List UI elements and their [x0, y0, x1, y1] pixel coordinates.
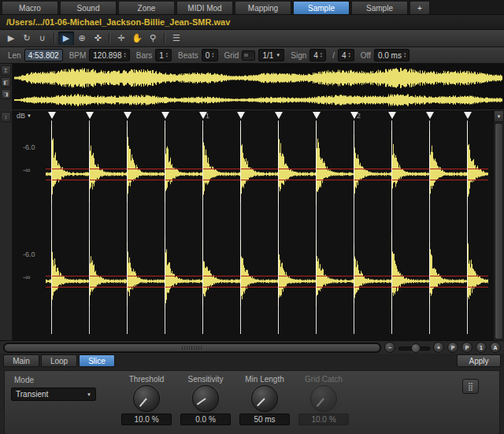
sensitivity-value[interactable]: 0.0 %	[180, 414, 231, 425]
dropdown-arrow-icon: ▼	[497, 114, 502, 119]
stepper-icon[interactable]: ▴▾	[348, 52, 350, 58]
hand-tool-icon[interactable]: ✋	[129, 32, 145, 45]
right-channel-icon[interactable]: ◨	[1, 89, 11, 99]
threshold-line	[46, 287, 488, 287]
zoom-slider[interactable]	[398, 343, 430, 352]
slice-marker-handle-icon[interactable]	[48, 112, 56, 119]
db-scale-dropdown[interactable]: dB ▼	[17, 112, 32, 120]
length-value[interactable]: 4:53.802	[24, 49, 63, 61]
tab-sample-2[interactable]: Sample	[351, 1, 408, 14]
zoom-preset-p1-button[interactable]: P	[447, 342, 458, 353]
tab-sample-active[interactable]: Sample	[293, 1, 350, 14]
tab-loop[interactable]: Loop	[41, 354, 77, 367]
slice-marker-handle-icon[interactable]	[275, 112, 283, 119]
add-tab-button[interactable]: +	[410, 1, 430, 14]
stepper-icon[interactable]: ▴▾	[321, 52, 322, 58]
stepper-icon[interactable]: ▴▾	[124, 52, 125, 58]
bars-value[interactable]: 1 ▴▾	[155, 49, 172, 61]
horizontal-scroll-thumb[interactable]	[5, 344, 380, 351]
zoom-out-button[interactable]: −	[384, 342, 395, 353]
tab-main[interactable]: Main	[3, 354, 39, 367]
sign-denominator[interactable]: 4 ▴▾	[338, 49, 354, 61]
sensitivity-control: Sensitivity 0.0 %	[177, 375, 234, 425]
length-value-text: 4:53.802	[28, 51, 59, 60]
apply-button[interactable]: Apply	[457, 354, 501, 367]
slice-marker-handle-icon[interactable]	[426, 112, 434, 119]
slice-marker-handle-icon[interactable]	[86, 112, 94, 119]
auto-scroll-icon[interactable]: ✜	[90, 32, 106, 45]
min-length-value[interactable]: 50 ms	[239, 414, 290, 425]
left-rail: Σ ◧ ◨	[0, 64, 13, 109]
play-icon[interactable]: ▶	[3, 32, 19, 45]
left-channel-icon[interactable]: ◧	[1, 77, 11, 87]
grid-catch-value[interactable]: 10.0 %	[298, 414, 349, 425]
wave-editor[interactable]: dB ▼ -6.0 -∞ -6.0 -∞ 12	[13, 110, 493, 340]
vertical-zoom-icon[interactable]: ↕	[1, 112, 11, 122]
threshold-value[interactable]: 10.0 %	[121, 414, 172, 425]
sign-numerator[interactable]: 4 ▴▾	[309, 49, 326, 61]
offset-value[interactable]: 0.0 ms ▴▾	[374, 49, 410, 61]
grid-toggle[interactable]	[242, 50, 255, 61]
dropdown-arrow-icon: ▼	[87, 392, 91, 397]
tab-midi-mod[interactable]: MIDI Mod	[176, 1, 233, 14]
slice-pads-icon[interactable]: ⣿	[462, 379, 479, 394]
vertical-scroll-thumb[interactable]	[495, 124, 502, 339]
sum-icon[interactable]: Σ	[1, 65, 11, 76]
waveform-canvas-left[interactable]	[46, 123, 488, 232]
beats-value[interactable]: 0 ▴▾	[202, 49, 218, 61]
slice-marker-handle-icon[interactable]	[464, 112, 472, 119]
stepper-icon[interactable]: ▴▾	[404, 52, 406, 58]
tab-slice[interactable]: Slice	[79, 354, 115, 367]
waveform-lane-left[interactable]: -6.0 -∞	[13, 123, 493, 232]
display-options-dropdown[interactable]: ▼	[494, 110, 504, 122]
zoom-one-to-one-button[interactable]: 1	[476, 342, 487, 353]
waveform-lane-right[interactable]: -6.0 -∞	[13, 233, 493, 336]
play-from-cursor-icon[interactable]: ▶	[58, 32, 74, 45]
grid-label: Grid	[224, 51, 239, 60]
vertical-scrollbar[interactable]: ▼	[493, 110, 504, 340]
min-length-label: Min Length	[245, 375, 284, 384]
grid-division-text: 1/1	[262, 51, 273, 60]
zoom-preset-p2-button[interactable]: P	[461, 342, 472, 353]
zoom-slider-knob[interactable]	[411, 343, 421, 353]
zoom-all-button[interactable]: A	[490, 342, 501, 353]
horizontal-scrollbar[interactable]	[3, 343, 381, 353]
slice-marker-handle-icon[interactable]	[388, 112, 396, 119]
tab-macro[interactable]: Macro	[2, 1, 58, 14]
bpm-value[interactable]: 120.898 ▴▾	[89, 49, 129, 61]
knob-pointer	[257, 398, 265, 406]
slice-marker-handle-icon[interactable]	[350, 112, 358, 119]
slice-marker-handle-icon[interactable]	[237, 112, 245, 119]
magnet-icon[interactable]: ∪	[35, 32, 50, 45]
slice-mode-dropdown[interactable]: Transient ▼	[11, 388, 96, 401]
menu-icon[interactable]: ☰	[169, 32, 184, 45]
min-length-knob[interactable]	[251, 385, 278, 412]
magnifier-tool-icon[interactable]: ⚲	[145, 32, 161, 45]
loop-icon[interactable]: ↻	[19, 32, 35, 45]
sensitivity-knob[interactable]	[192, 385, 219, 412]
tab-zone[interactable]: Zone	[118, 1, 175, 14]
slice-marker-handle-icon[interactable]	[161, 112, 169, 119]
threshold-knob[interactable]	[133, 385, 160, 412]
slice-marker-handle-icon[interactable]	[199, 112, 207, 119]
zoom-to-playhead-icon[interactable]: ⊕	[74, 32, 90, 45]
wave-toolbar: ▶ ↻ ∪ ▶ ⊕ ✜ ✛ ✋ ⚲ ☰	[0, 30, 504, 47]
toolbar-separator	[54, 33, 55, 43]
zoom-in-button[interactable]: +	[433, 342, 444, 353]
waveform-canvas-right[interactable]	[46, 233, 488, 336]
min-length-control: Min Length 50 ms	[236, 375, 293, 425]
threshold-label: Threshold	[129, 375, 164, 384]
slice-marker-handle-icon[interactable]	[124, 112, 132, 119]
ruler-beat-label: 2	[357, 112, 361, 120]
tab-sound[interactable]: Sound	[60, 1, 117, 14]
overview-waveform[interactable]	[14, 65, 502, 108]
slice-marker-handle-icon[interactable]	[313, 112, 321, 119]
stepper-icon[interactable]: ▴▾	[212, 52, 213, 58]
stepper-icon[interactable]: ▴▾	[166, 52, 168, 58]
vertical-scroll-track[interactable]	[495, 123, 503, 339]
tab-mapping[interactable]: Mapping	[235, 1, 291, 14]
grid-division-dropdown[interactable]: 1/1 ▼	[258, 49, 284, 61]
params-row: Len 4:53.802 BPM 120.898 ▴▾ Bars 1 ▴▾ Be…	[0, 47, 504, 64]
crosshair-tool-icon[interactable]: ✛	[113, 32, 129, 45]
grid-catch-knob[interactable]	[310, 385, 337, 412]
